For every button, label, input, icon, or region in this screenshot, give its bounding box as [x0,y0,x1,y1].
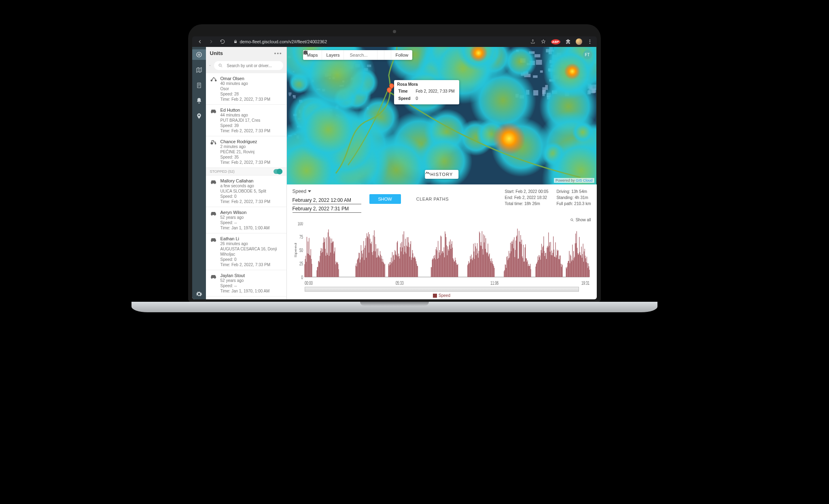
reload-icon[interactable] [220,39,225,44]
speed-chart[interactable]: 0255075100Speed00:0005:3311:0619:31 [293,222,591,286]
svg-rect-432 [415,259,416,277]
svg-rect-487 [458,264,458,277]
rail-fleet[interactable] [192,49,206,60]
svg-rect-331 [358,253,359,277]
svg-rect-638 [561,267,561,277]
history-button[interactable]: HISTORY [425,170,459,179]
svg-point-256 [305,53,305,53]
svg-rect-360 [374,230,374,277]
svg-rect-280 [310,249,311,277]
unit-item[interactable]: Omar Olsen40 minutes agoOsorSpeed: 28Tim… [206,73,286,105]
map-search-input[interactable] [347,53,375,57]
unit-item[interactable]: Jaylan Stout52 years agoSpeed: --Time: J… [206,270,286,296]
unit-search[interactable] [214,61,283,70]
svg-rect-591 [536,264,536,277]
svg-rect-347 [367,236,367,277]
info-button[interactable]: i [377,50,384,60]
unit-item[interactable]: Ed Hutton44 minutes agoPUT BRAJDI 17, Cr… [206,105,286,136]
svg-rect-671 [581,258,582,277]
to-datetime[interactable]: February 2, 2022 7:31 PM [293,205,361,213]
svg-rect-407 [402,248,402,277]
caret-down-icon [308,190,311,193]
svg-rect-314 [333,241,333,277]
rail-reports[interactable] [192,80,206,91]
group-toggle[interactable] [274,169,282,174]
share-icon[interactable] [530,39,536,44]
svg-rect-281 [311,259,311,277]
unit-item[interactable]: Aeryn Wilson52 years agoSpeed: --Time: J… [206,207,286,233]
url-text: demo-fleet.giscloud.com/v2#/fleet/240023… [240,39,327,44]
extensions-icon[interactable] [565,39,571,44]
svg-rect-549 [509,258,509,277]
svg-rect-626 [555,257,555,277]
svg-rect-659 [575,233,576,277]
svg-rect-512 [480,246,480,277]
svg-rect-683 [588,263,588,277]
rail-alerts[interactable] [192,95,206,106]
rail-settings[interactable] [192,289,206,299]
metric-selector[interactable]: Speed [293,188,361,194]
svg-rect-632 [558,250,558,277]
svg-rect-612 [547,246,547,277]
svg-rect-461 [443,247,444,277]
show-all-button[interactable]: Show all [570,218,591,222]
motorbike-icon [210,76,217,102]
svg-rect-499 [473,244,473,277]
svg-rect-318 [335,264,335,277]
from-datetime[interactable]: February 2, 2022 12:00 AM [293,197,361,204]
clear-paths-button[interactable]: CLEAR PATHS [407,194,458,204]
svg-rect-532 [491,263,491,277]
back-icon[interactable] [197,39,203,44]
svg-rect-441 [433,259,433,277]
star-icon[interactable] [541,39,546,44]
unit-list[interactable]: Omar Olsen40 minutes agoOsorSpeed: 28Tim… [206,73,286,299]
svg-rect-620 [551,250,552,277]
rail-places[interactable] [192,111,206,121]
extension-abp-icon[interactable]: ABP [551,39,560,44]
svg-rect-473 [450,239,450,277]
giscloud-link[interactable]: GIS Cloud [576,178,593,182]
svg-rect-546 [507,260,508,277]
svg-rect-302 [327,253,327,277]
unit-item[interactable]: Chance Rodriguez2 minutes agoPEĆINE 21, … [206,136,286,168]
svg-rect-622 [552,253,553,277]
svg-rect-346 [367,233,367,277]
sort-icon[interactable] [209,65,211,66]
streetview-button[interactable] [384,50,391,60]
svg-rect-507 [477,253,478,277]
time-range-slider[interactable] [305,287,579,292]
svg-rect-657 [574,257,575,277]
svg-rect-494 [471,259,471,277]
show-button[interactable]: SHOW [369,194,401,204]
svg-rect-299 [325,249,325,277]
svg-rect-430 [414,256,414,277]
rail-map[interactable] [192,65,206,75]
svg-rect-400 [398,254,399,277]
svg-rect-401 [399,256,399,277]
address-bar[interactable]: demo-fleet.giscloud.com/v2#/fleet/240023… [233,39,327,44]
sidebar-menu-icon[interactable]: ••• [274,50,282,56]
layers-button[interactable]: Layers [322,50,344,60]
svg-rect-450 [438,241,438,277]
unit-search-input[interactable] [226,63,279,68]
svg-rect-418 [408,237,408,277]
forward-icon[interactable] [208,39,214,44]
map-canvas[interactable]: Maps Layers i Follow FT Rosa Mora [287,47,597,184]
unit-item[interactable]: Mallory Callahana few seconds agoULICA S… [206,176,286,207]
svg-rect-658 [575,244,575,277]
svg-text:50: 50 [299,247,303,253]
svg-rect-376 [382,259,383,277]
follow-button[interactable]: Follow [391,50,412,60]
svg-rect-541 [505,265,505,277]
svg-rect-529 [489,254,490,277]
svg-rect-351 [369,234,369,277]
unit-item[interactable]: Eathan Li26 minutes agoAUGUSTA CESARCA 1… [206,233,286,270]
user-avatar[interactable]: FT [583,50,592,59]
svg-rect-304 [328,232,328,277]
kebab-icon[interactable] [587,39,593,44]
unit-item[interactable]: Aiden Ferguson26 minutes agoZagrebačka u… [206,296,286,299]
svg-rect-534 [492,261,492,277]
profile-avatar-icon[interactable] [576,38,582,45]
group-header[interactable]: STOPPED (52) [206,168,286,176]
svg-point-3 [197,52,201,57]
